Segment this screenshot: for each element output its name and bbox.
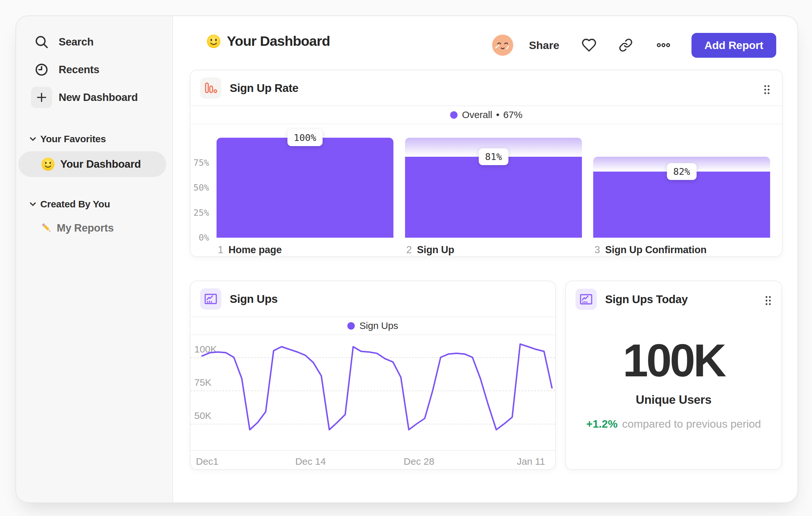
x-axis-tick: Dec 28: [404, 456, 434, 467]
sidebar-nav: Search Recents New Dashboard: [16, 28, 172, 111]
funnel-plot: 0%25%50%75%100%1Home page81%2Sign Up82%3…: [191, 70, 782, 256]
sidebar-item-recents[interactable]: Recents: [16, 56, 172, 84]
sidebar: Search Recents New Dashboard: [16, 16, 173, 503]
funnel-bar[interactable]: [216, 138, 394, 238]
y-axis-tick: 100K: [194, 344, 217, 355]
signups-today-card: Sign Ups Today 100K Unique Users +1.2% c…: [565, 280, 782, 470]
line-chart-icon: [200, 288, 221, 309]
y-axis-tick: 50K: [194, 410, 211, 421]
add-report-button[interactable]: Add Report: [692, 33, 776, 58]
funnel-step-number: 1: [218, 244, 223, 255]
funnel-step-number: 2: [406, 244, 412, 255]
app-window: Search Recents New Dashboard: [16, 16, 798, 503]
signups-line-card: Sign Ups Sign Ups 50K75K100KDec1Dec 14De…: [190, 280, 556, 470]
funnel-y-tick: 75%: [191, 158, 209, 168]
search-icon: [31, 31, 52, 53]
funnel-bar[interactable]: [405, 157, 582, 238]
stat-delta: +1.2%: [586, 418, 617, 430]
more-options-icon[interactable]: [656, 37, 671, 53]
x-axis-tick: Dec 14: [295, 456, 326, 467]
funnel-y-tick: 25%: [191, 208, 209, 218]
sidebar-item-label: Recents: [59, 63, 99, 76]
x-axis-tick: Jan 11: [517, 456, 545, 467]
sidebar-item-my-reports[interactable]: My Reports: [40, 221, 114, 235]
sidebar-item-label: Your Dashboard: [60, 158, 141, 170]
page-title: Your Dashboard: [227, 33, 330, 49]
stat-label: Unique Users: [636, 393, 712, 407]
plus-icon: [31, 87, 52, 108]
legend-dot: [347, 322, 355, 330]
legend-label: Sign Ups: [359, 320, 398, 331]
header-actions: Share Add Report: [492, 32, 776, 58]
sidebar-item-search[interactable]: Search: [16, 28, 172, 56]
page-title-group: Your Dashboard: [206, 33, 330, 49]
stat-body: 100K Unique Users +1.2% compared to prev…: [566, 281, 781, 469]
funnel-category-label: 2Sign Up: [406, 244, 454, 256]
section-label: Your Favorites: [40, 134, 106, 144]
section-created-by-you[interactable]: Created By You: [28, 199, 110, 210]
section-your-favorites[interactable]: Your Favorites: [28, 134, 106, 144]
funnel-step-number: 3: [594, 244, 600, 255]
funnel-step-name: Sign Up Confirmation: [605, 244, 707, 255]
sidebar-item-label: My Reports: [57, 222, 114, 234]
funnel-step-name: Sign Up: [417, 244, 454, 255]
funnel-y-tick: 50%: [191, 183, 209, 193]
section-label: Created By You: [40, 199, 110, 210]
stat-comparison-text: compared to previous period: [622, 418, 761, 430]
chevron-down-icon: [28, 199, 38, 209]
funnel-category-label: 3Sign Up Confirmation: [594, 244, 707, 256]
share-button[interactable]: Share: [529, 39, 559, 52]
funnel-y-tick: 0%: [191, 233, 209, 243]
funnel-category-label: 1Home page: [218, 244, 282, 256]
smiley-emoji-icon: [206, 34, 221, 49]
x-axis-tick: Dec1: [196, 456, 219, 467]
card-header: Sign Ups: [191, 281, 555, 317]
y-axis-tick: 75K: [194, 377, 211, 388]
gridline: [191, 424, 555, 425]
gridline: [191, 357, 555, 358]
avatar[interactable]: [492, 34, 513, 56]
favorite-heart-icon[interactable]: [581, 37, 597, 53]
line-legend[interactable]: Sign Ups: [191, 317, 555, 335]
gridline: [191, 390, 555, 391]
funnel-bar-value-label: 81%: [478, 148, 508, 165]
chevron-down-icon: [28, 134, 38, 144]
clock-icon: [31, 59, 52, 80]
x-axis-line: [191, 450, 555, 451]
sidebar-item-new-dashboard[interactable]: New Dashboard: [16, 84, 172, 111]
copy-link-icon[interactable]: [619, 37, 634, 53]
signup-rate-card: Sign Up Rate Overall • 67% 0%25%50%75%10…: [190, 70, 783, 257]
funnel-bar-value-label: 100%: [287, 129, 323, 146]
stat-comparison: +1.2% compared to previous period: [586, 418, 761, 430]
funnel-bar-value-label: 82%: [667, 163, 696, 180]
sidebar-item-label: New Dashboard: [59, 91, 138, 104]
stat-value: 100K: [623, 338, 724, 383]
sidebar-item-label: Search: [59, 36, 93, 48]
sidebar-item-your-dashboard[interactable]: Your Dashboard: [18, 151, 166, 177]
smiley-emoji-icon: [41, 157, 55, 171]
card-title: Sign Ups: [230, 293, 278, 305]
pencil-emoji-icon: [40, 221, 54, 235]
funnel-step-name: Home page: [228, 244, 282, 255]
funnel-bar[interactable]: [593, 171, 770, 238]
